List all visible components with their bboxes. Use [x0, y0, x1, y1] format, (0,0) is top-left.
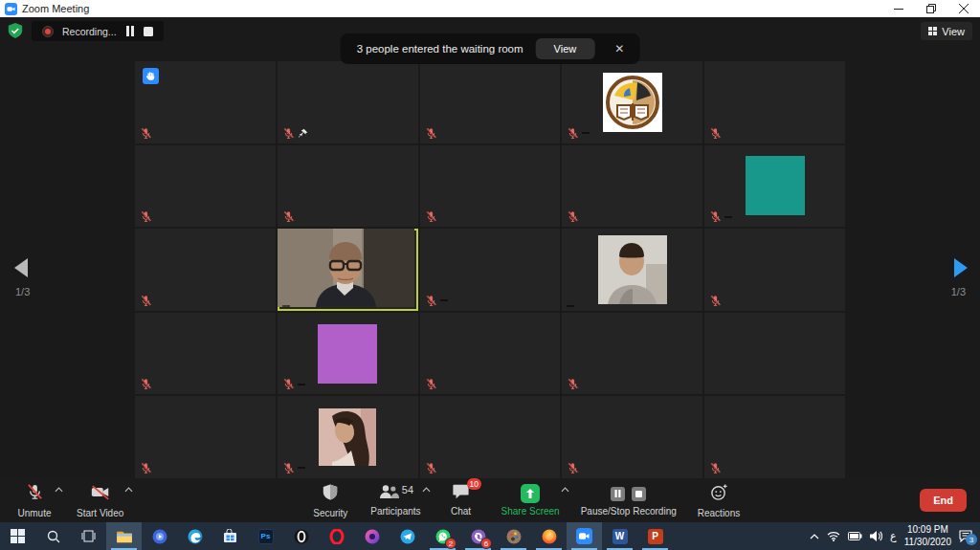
volume-icon[interactable] [870, 531, 882, 541]
stop-recording-icon[interactable] [144, 27, 153, 36]
participant-tile[interactable] [562, 396, 702, 478]
tray-chevron-up-icon[interactable] [810, 534, 819, 539]
muted-mic-icon [140, 295, 152, 307]
taskbar-media-app-icon[interactable] [142, 522, 177, 550]
taskbar-photoshop-icon[interactable]: Ps [248, 522, 283, 550]
participant-name [704, 229, 845, 311]
taskbar-ms-store-icon[interactable] [212, 522, 248, 550]
participant-tile[interactable] [704, 313, 845, 395]
participant-video [278, 229, 418, 311]
pause-stop-recording-label: Pause/Stop Recording [581, 506, 677, 517]
toast-close-icon[interactable]: ✕ [607, 40, 632, 57]
action-center-icon[interactable]: 3 [959, 530, 972, 542]
taskbar-zoom-app-icon[interactable] [567, 522, 602, 550]
participant-tile[interactable] [420, 229, 561, 311]
participant-tile[interactable] [278, 396, 418, 478]
participant-tile[interactable] [704, 229, 845, 311]
participant-tile[interactable] [704, 145, 845, 228]
taskbar-paint-app-icon[interactable] [496, 522, 531, 550]
previous-page-arrow[interactable] [14, 258, 28, 277]
muted-mic-icon [425, 127, 437, 140]
participant-tile[interactable] [704, 61, 845, 143]
next-page-arrow[interactable] [954, 258, 968, 277]
taskbar-opera-red-icon[interactable] [319, 522, 354, 550]
tile-status-row [140, 210, 152, 223]
taskbar-whatsapp-icon[interactable]: 2 [425, 522, 460, 550]
taskbar-firefox-icon[interactable] [531, 522, 567, 550]
participant-name-label [582, 132, 590, 134]
participant-tile[interactable] [420, 396, 561, 478]
participant-tile[interactable] [278, 145, 418, 228]
start-video-button[interactable]: Start Video [69, 478, 131, 522]
clock[interactable]: 10:09 PM 11/30/2020 [904, 524, 951, 548]
close-button[interactable] [947, 0, 980, 17]
chat-button[interactable]: 10 Chat [434, 478, 488, 522]
toast-view-button[interactable]: View [536, 38, 595, 59]
participant-tile[interactable] [135, 396, 276, 478]
participant-tile[interactable] [135, 313, 276, 395]
windows-taskbar: Ps26WP ع 10:09 PM 11/30/2020 3 [0, 522, 980, 550]
taskbar-task-view-icon[interactable] [71, 522, 106, 550]
tile-status-row [140, 295, 152, 307]
reactions-button[interactable]: Reactions [690, 478, 747, 522]
muted-mic-icon [709, 127, 722, 140]
participant-tile[interactable] [278, 229, 418, 311]
participant-tile[interactable] [135, 229, 276, 311]
security-button[interactable]: Security [303, 478, 357, 522]
participant-name-label [298, 384, 305, 385]
tray-date: 11/30/2020 [904, 537, 951, 549]
participant-tile[interactable] [420, 313, 561, 395]
language-indicator[interactable]: ع [890, 530, 897, 542]
participant-tile[interactable] [135, 145, 276, 228]
end-meeting-button[interactable]: End [920, 489, 967, 512]
taskbar-telegram-icon[interactable] [390, 522, 425, 550]
battery-icon[interactable] [848, 532, 862, 540]
taskbar-pink-browser-icon[interactable] [354, 522, 390, 550]
action-center-badge: 3 [966, 534, 977, 545]
taskbar-word-icon[interactable]: W [602, 522, 637, 550]
recording-dot-icon [42, 26, 54, 37]
taskbar-powerpoint-icon[interactable]: P [637, 522, 673, 550]
view-button[interactable]: View [921, 22, 972, 40]
participant-tile[interactable] [420, 145, 561, 228]
tile-status-row [709, 295, 722, 307]
taskbar-opera-black-icon[interactable] [283, 522, 319, 550]
share-screen-chevron-icon[interactable] [561, 487, 569, 493]
security-shield-icon [322, 483, 339, 505]
participants-chevron-icon[interactable] [422, 487, 431, 493]
wifi-icon[interactable] [827, 531, 840, 541]
pause-recording-toolbar-icon[interactable] [611, 487, 625, 501]
tile-status-row [567, 305, 574, 307]
tile-status-row [709, 210, 732, 223]
participant-tile[interactable] [562, 229, 702, 311]
participant-tile[interactable] [562, 145, 702, 228]
muted-mic-icon [567, 127, 579, 140]
tile-status-row [140, 462, 152, 474]
participant-tile[interactable] [278, 61, 418, 143]
participant-tile[interactable] [135, 61, 276, 143]
participant-tile[interactable] [562, 61, 702, 143]
taskbar-search-icon[interactable] [35, 522, 71, 550]
participant-logo [603, 73, 662, 132]
participant-tile[interactable] [704, 396, 845, 478]
participant-tile[interactable] [278, 313, 418, 395]
stop-recording-toolbar-icon[interactable] [632, 487, 646, 501]
participants-button[interactable]: 54 Participants [363, 478, 428, 522]
taskbar-edge-icon[interactable] [177, 522, 212, 550]
taskbar-file-explorer-icon[interactable] [106, 522, 142, 550]
tile-status-row [425, 462, 437, 474]
pause-stop-recording-button[interactable]: Pause/Stop Recording [573, 478, 684, 522]
taskbar-start-icon[interactable] [0, 522, 35, 550]
unmute-options-chevron-icon[interactable] [55, 487, 63, 493]
video-options-chevron-icon[interactable] [124, 487, 133, 493]
pause-recording-icon[interactable] [125, 26, 135, 36]
encryption-shield-icon[interactable] [8, 23, 23, 38]
unmute-button[interactable]: Unmute [8, 478, 61, 522]
tile-status-row [140, 127, 152, 140]
participant-tile[interactable] [562, 313, 702, 395]
participant-tile[interactable] [420, 61, 561, 143]
taskbar-viber-icon[interactable]: 6 [460, 522, 496, 550]
share-screen-button[interactable]: Share Screen [494, 478, 568, 522]
minimize-button[interactable] [882, 0, 915, 17]
restore-button[interactable] [915, 0, 947, 17]
